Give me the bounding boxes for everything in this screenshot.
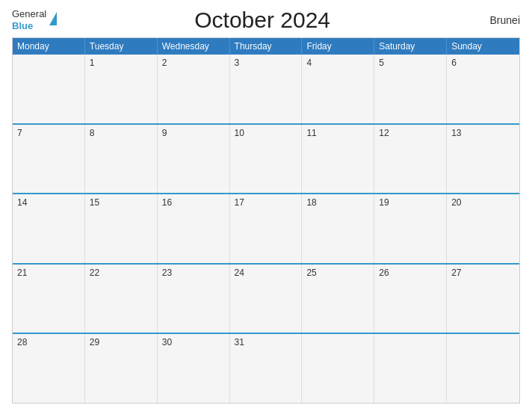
day-cell: 31 [230, 334, 303, 403]
day-cell [302, 334, 374, 403]
day-cell: 25 [302, 265, 374, 333]
day-cell: 21 [13, 265, 85, 333]
day-cell: 28 [13, 334, 85, 403]
day-cell: 12 [374, 125, 447, 194]
day-cell: 26 [374, 265, 447, 333]
day-cell: 24 [230, 265, 303, 333]
country-label: Brunei [468, 14, 520, 26]
weeks: 1 2 3 4 5 6 7 8 9 10 11 12 13 14 15 16 [13, 55, 519, 403]
header-thursday: Thursday [230, 38, 303, 55]
day-cell: 14 [13, 194, 85, 263]
logo-blue: Blue [12, 20, 46, 32]
day-headers: Monday Tuesday Wednesday Thursday Friday… [13, 38, 519, 55]
day-cell [13, 55, 85, 123]
header-monday: Monday [13, 38, 85, 55]
day-cell: 3 [230, 55, 303, 123]
day-cell: 29 [85, 334, 158, 403]
day-cell: 7 [13, 125, 85, 194]
page: General Blue October 2024 Brunei Monday … [0, 0, 532, 411]
week-row: 14 15 16 17 18 19 20 [13, 193, 519, 263]
day-cell: 18 [302, 194, 374, 263]
day-cell: 23 [158, 265, 230, 333]
day-cell: 6 [447, 55, 519, 123]
logo-triangle-icon [49, 12, 57, 25]
week-row: 28 29 30 31 [13, 333, 519, 403]
calendar: Monday Tuesday Wednesday Thursday Friday… [12, 37, 520, 404]
day-cell: 4 [302, 55, 374, 123]
day-cell [374, 334, 447, 403]
header-sunday: Sunday [447, 38, 519, 55]
header-friday: Friday [302, 38, 374, 55]
week-row: 7 8 9 10 11 12 13 [13, 123, 519, 194]
header-tuesday: Tuesday [85, 38, 158, 55]
day-cell: 13 [447, 125, 519, 194]
day-cell: 11 [302, 125, 374, 194]
day-cell: 19 [374, 194, 447, 263]
day-cell: 10 [230, 125, 303, 194]
day-cell: 27 [447, 265, 519, 333]
day-cell: 16 [158, 194, 230, 263]
day-cell: 17 [230, 194, 303, 263]
logo-text: General Blue [12, 8, 46, 31]
header-wednesday: Wednesday [158, 38, 230, 55]
day-cell: 8 [85, 125, 158, 194]
logo-general: General [12, 8, 46, 20]
day-cell: 15 [85, 194, 158, 263]
day-cell: 30 [158, 334, 230, 403]
header-saturday: Saturday [374, 38, 447, 55]
day-cell: 1 [85, 55, 158, 123]
day-cell: 22 [85, 265, 158, 333]
day-cell: 5 [374, 55, 447, 123]
week-row: 1 2 3 4 5 6 [13, 55, 519, 123]
day-cell [447, 334, 519, 403]
day-cell: 9 [158, 125, 230, 194]
logo: General Blue [12, 8, 57, 31]
day-cell: 2 [158, 55, 230, 123]
day-cell: 20 [447, 194, 519, 263]
month-title: October 2024 [57, 7, 468, 33]
week-row: 21 22 23 24 25 26 27 [13, 263, 519, 333]
header: General Blue October 2024 Brunei [12, 7, 520, 33]
